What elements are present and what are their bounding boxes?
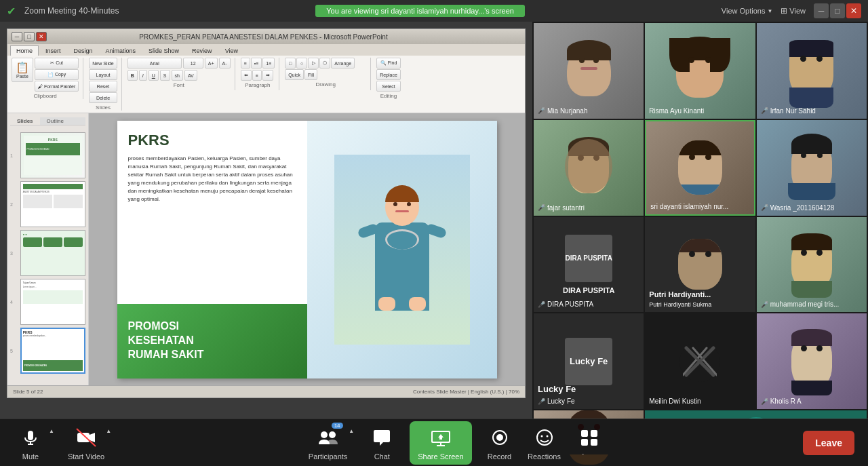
slide-thumb-1[interactable]: PKRS PROMOSI KESEHATAN [20,132,85,178]
reset-button[interactable]: Reset [89,81,117,92]
slide-body-text: proses memberdayakan Pasien, keluarga Pa… [128,155,296,203]
maximize-button[interactable]: □ [830,3,845,18]
participant-name-fajar: 🎤 fajar sutantri [538,204,585,212]
italic-button[interactable]: I [139,70,147,81]
select-button[interactable]: Select [376,81,401,92]
increase-font[interactable]: A+ [205,58,218,69]
delete-button[interactable]: Delete [89,92,117,103]
font-size[interactable]: 12 [183,58,203,69]
share-screen-button[interactable]: Share Screen [410,421,471,465]
slide-thumb-3[interactable]: ● ● [20,230,85,276]
align-left[interactable]: ⬅ [241,70,252,81]
svg-point-6 [321,431,328,438]
ppt-close[interactable]: ✕ [36,32,47,41]
video-toolbar-icon [74,425,98,450]
slide-thumb-4[interactable]: Tujuan Umum Lorem ipsum... [20,279,85,325]
new-slide-button[interactable]: New Slide [89,58,117,69]
shield-icon: ✔ [7,5,19,17]
participant-tile-meilin: Meilin Dwi Kustin [645,313,755,409]
leave-button[interactable]: Leave [803,431,854,455]
ribbon-tab-home[interactable]: Home [10,45,39,56]
ribbon-group-paragraph: ≡ •≡ 1≡ ⬅ ≡ ➡ Paragraph [239,58,280,90]
align-right[interactable]: ➡ [262,70,273,81]
shadow-button[interactable]: sh [172,70,183,81]
shape-1[interactable]: □ [285,58,296,69]
font-family[interactable]: Arial [127,58,182,69]
numbered-list[interactable]: 1≡ [262,58,275,69]
toolbar-right: Leave [803,431,854,455]
shape-fill[interactable]: Fill [304,69,317,80]
arrange-button[interactable]: Arrange [331,58,355,69]
mic-icon-fajar: 🎤 [538,204,545,211]
slide-thumb-5[interactable]: PKRS proses memberdayakan... PROMOSI KES… [20,328,85,374]
view-options-button[interactable]: View Options ▼ [722,7,773,15]
participant-name-kholis: 🎤 Kholis R A [761,397,802,405]
dira-content: DIRA PUSPITA DIRA PUSPITA [563,235,614,294]
ppt-window: ─ □ ✕ PROMKES_PERAN PENATA ANESTESI DALA… [7,28,526,398]
status-right: Contents Slide Master | English (U.S.) |… [413,389,519,395]
ribbon-group-clipboard: 📋 Paste ✂ Cut 📄 Copy 🖌 Format Painter Cl… [10,58,83,99]
app-title: Zoom Meeting 40-Minutes [24,6,119,16]
svg-point-7 [329,431,336,438]
svg-point-14 [496,434,503,441]
char-spacing[interactable]: AV [184,70,197,81]
participant-name-lucky: 🎤 Lucky Fe [538,397,575,405]
ribbon-tab-review[interactable]: Review [186,45,218,56]
start-video-button[interactable]: Start Video [68,425,104,461]
strikethrough-button[interactable]: S [160,70,170,81]
mute-button[interactable]: Mute [14,425,47,461]
ribbon-tab-slideshow[interactable]: Slide Show [142,45,185,56]
shape-2[interactable]: ○ [296,58,307,69]
bold-button[interactable]: B [127,70,138,81]
participants-toolbar-icon: 14 [316,425,340,450]
outline-tab[interactable]: Outline [40,117,71,125]
participant-name-putri: Putri Hardiyanti Sukma [649,301,711,308]
participant-tile-mia: 🎤 Mia Nurjanah [534,23,644,119]
replace-button[interactable]: Replace [376,69,401,80]
mute-expand-arrow[interactable]: ▲ [49,428,54,434]
format-painter-button[interactable]: 🖌 Format Painter [35,81,79,92]
view-button[interactable]: ⊞ View [781,6,806,16]
bullet-list[interactable]: •≡ [251,58,262,69]
ppt-restore[interactable]: □ [24,32,35,41]
ribbon-group-editing: 🔍 Find Replace Select Editing [375,58,405,99]
video-expand-arrow[interactable]: ▲ [106,428,111,434]
slide-thumb-2[interactable]: ANESTESI DALAM PENKES [20,181,85,227]
ribbon-group-font: Arial 12 A+ A- B I U S sh [126,58,235,90]
copy-button[interactable]: 📄 Copy [35,69,79,80]
underline-button[interactable]: U [149,70,159,81]
shape-4[interactable]: ⬡ [319,58,330,69]
layout-button[interactable]: Layout [89,69,117,80]
ribbon-tab-design[interactable]: Design [68,45,99,56]
slides-tab[interactable]: Slides [10,117,40,125]
paste-button[interactable]: 📋 Paste [12,58,33,82]
ribbon-tab-animations[interactable]: Animations [100,45,142,56]
ribbon-tab-insert[interactable]: Insert [39,45,67,56]
participants-expand-arrow[interactable]: ▲ [349,428,354,434]
participant-tile-irfan: 🎤 Irfan Nur Sahid [757,23,867,119]
align-center[interactable]: ≡ [252,70,262,81]
quick-styles[interactable]: Quick [285,69,304,80]
slides-panel: Slides Outline 1 PKRS PROMOSI KESEHATAN [7,113,89,385]
find-button[interactable]: 🔍 Find [376,58,401,69]
titlebar-right: View Options ▼ ⊞ View ─ □ ✕ [722,3,861,18]
ppt-minimize[interactable]: ─ [12,32,22,41]
shape-3[interactable]: ▷ [308,58,319,69]
minimize-button[interactable]: ─ [814,3,829,18]
close-button[interactable]: ✕ [846,3,861,18]
dira-avatar: DIRA PUSPITA [565,235,612,282]
participant-photo-risma [645,23,755,119]
record-button[interactable]: Record [483,425,517,461]
participants-button[interactable]: 14 Participants [309,425,347,461]
lucky-avatar: Lucky Fe [565,338,612,385]
participant-name-irfan: 🎤 Irfan Nur Sahid [761,107,816,115]
ppt-content: Slides Outline 1 PKRS PROMOSI KESEHATAN [7,113,525,385]
reactions-button[interactable]: Reactions [528,425,561,461]
cut-button[interactable]: ✂ Cut [35,58,79,69]
align-text[interactable]: ≡ [241,58,250,69]
ribbon-tab-view[interactable]: View [219,45,244,56]
chat-button[interactable]: Chat [365,425,399,461]
mic-icon-dira: 🎤 [538,301,545,308]
decrease-font[interactable]: A- [219,58,231,69]
chat-toolbar-icon [370,425,394,450]
